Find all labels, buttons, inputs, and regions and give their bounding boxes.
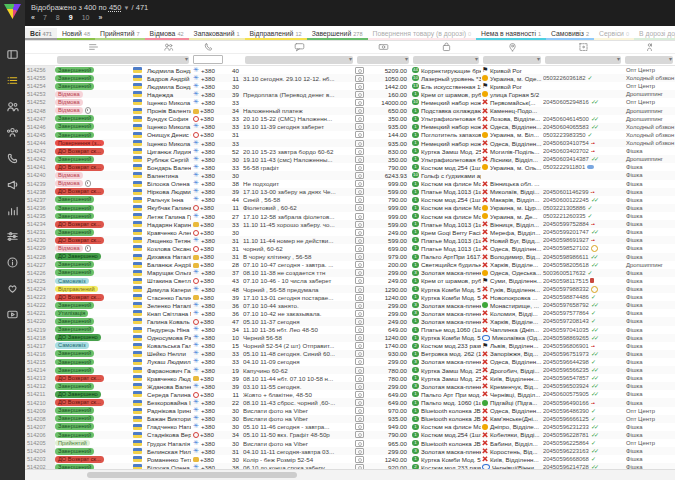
tab-Прийнятий[interactable]: Прийнятий7 bbox=[95, 28, 145, 40]
order-comment[interactable]: Вислати фото на Viber bbox=[243, 440, 355, 447]
client-phone[interactable]: +380 bbox=[191, 131, 225, 138]
order-id[interactable]: 514256 bbox=[25, 66, 55, 74]
products-cell[interactable]: 1Костюм мод.254 (1шт. х 790.00... bbox=[411, 431, 481, 438]
stats-icon[interactable] bbox=[6, 204, 19, 217]
client-name[interactable]: Рублюк Сергій bbox=[145, 156, 191, 163]
order-id[interactable]: 514206 bbox=[25, 431, 55, 439]
client-name[interactable]: Баланюк Андрій bbox=[145, 261, 191, 268]
order-id[interactable]: 514209 bbox=[25, 407, 55, 415]
payment-cell[interactable]: 1740.00 bbox=[355, 342, 411, 349]
order-status-cell[interactable]: ДО Возврат ск... bbox=[55, 456, 131, 463]
col-comment[interactable] bbox=[243, 42, 355, 52]
client-name[interactable]: Раднікова Ірина Ми... bbox=[145, 407, 191, 414]
ttn-cell[interactable]: 20450596231233✓✓ bbox=[543, 424, 623, 430]
table-row[interactable]: 514254 Завершений Людмила Бондарен... +3… bbox=[25, 82, 675, 90]
client-name[interactable]: Стасенко Галина Ви... bbox=[145, 294, 191, 301]
order-status-cell[interactable]: ДО Возврат ск... bbox=[55, 375, 131, 382]
delivery-cell[interactable]: Лозова, Відділе... bbox=[481, 115, 543, 122]
delivery-cell[interactable]: Харків, Відділе... bbox=[481, 318, 543, 325]
ttn-cell[interactable]: 0503222911801 bbox=[543, 164, 623, 170]
order-id[interactable]: 514240 bbox=[25, 171, 55, 179]
table-row[interactable]: 514245 Завершений Онищук Денис Сергі... … bbox=[25, 131, 675, 139]
order-status-cell[interactable]: Завершений bbox=[55, 205, 131, 212]
order-comment[interactable]: 17.10 12-58 забрала фіолетов... bbox=[243, 213, 355, 220]
order-status-cell[interactable]: ДО Возврат ск... bbox=[55, 294, 131, 301]
order-status-cell[interactable]: ДО Возврат ск... bbox=[55, 164, 131, 171]
client-phone[interactable]: +380 bbox=[191, 318, 225, 325]
client-phone[interactable]: +380 bbox=[191, 156, 225, 163]
payment-cell[interactable]: 650.00 bbox=[355, 107, 411, 114]
order-comment[interactable]: 08.10 11-44 нбт. 07.10 10-58 н... bbox=[243, 375, 355, 382]
client-phone[interactable]: +380 bbox=[191, 383, 225, 390]
products-cell[interactable]: 1Немецкий набор ножей (Mirage... bbox=[411, 123, 481, 130]
col-phone[interactable] bbox=[191, 42, 225, 52]
payment-cell[interactable]: 780.00 bbox=[355, 367, 411, 374]
order-id[interactable]: 514229 bbox=[25, 244, 55, 252]
order-id[interactable]: 514222 bbox=[25, 301, 55, 309]
products-cell[interactable]: 1Куртка Комби Мод. 5188 (1шт. х... bbox=[411, 334, 481, 341]
client-name[interactable]: Димула Катерина bbox=[145, 286, 191, 293]
order-status-cell[interactable]: Завершений bbox=[55, 318, 131, 325]
payment-cell[interactable]: 649.00 bbox=[355, 326, 411, 333]
order-id[interactable]: 514226 bbox=[25, 269, 55, 277]
payment-cell[interactable]: 6243.93 bbox=[355, 172, 411, 179]
table-row[interactable]: 514230 ДО Возврат ск... Лященко Тетяна І… bbox=[25, 236, 675, 244]
ttn-cell[interactable]: 0503221260335✓ bbox=[543, 213, 623, 219]
tab-Всі[interactable]: Всі471 bbox=[25, 28, 57, 40]
products-cell[interactable]: 1Костюм мод.254 (1шт. х 790.00... bbox=[411, 164, 481, 171]
ttn-cell[interactable]: 20450596225864✓ bbox=[543, 440, 623, 446]
payment-cell[interactable]: 160.00 bbox=[355, 91, 411, 98]
products-cell[interactable]: 3Золотая маска-пленка GOLD C... bbox=[411, 448, 481, 455]
table-row[interactable]: 514235 Завершений Летяк Галина Григо... … bbox=[25, 212, 675, 220]
client-name[interactable]: Белинская Нила bbox=[145, 448, 191, 455]
table-row[interactable]: 514238 ДО Возврат ск... Ніркова Людмила … bbox=[25, 188, 675, 196]
order-comment[interactable]: 11.10 11-44 номер не действи... bbox=[243, 237, 355, 244]
order-status-cell[interactable]: ДО Возврат ск... bbox=[55, 399, 131, 406]
col-city[interactable] bbox=[481, 42, 543, 52]
table-row[interactable]: 514209 Завершений Раднікова Ірина Ми... … bbox=[25, 407, 675, 415]
order-comment[interactable]: 07.10 10-46 - 10 числа заберет bbox=[243, 277, 355, 284]
order-comment[interactable]: 31.10 сегодня. 29.10 12-12. нб... bbox=[243, 75, 355, 82]
order-id[interactable]: 514218 bbox=[25, 334, 55, 342]
order-status-cell[interactable]: Завершений bbox=[55, 326, 131, 333]
client-phone[interactable]: +380 bbox=[191, 261, 225, 268]
payment-cell[interactable]: 930.00 bbox=[355, 350, 411, 357]
order-status-cell[interactable]: Повернення (з... bbox=[55, 140, 131, 147]
order-status-cell[interactable]: Завершений bbox=[55, 196, 131, 203]
client-phone[interactable]: +380 bbox=[191, 107, 225, 114]
client-name[interactable]: Фараонович Галина bbox=[145, 367, 191, 374]
delivery-cell[interactable]: Запоріжжя, Від... bbox=[481, 350, 543, 357]
client-name[interactable]: Ковальська Галина bbox=[145, 342, 191, 349]
order-id[interactable]: 514228 bbox=[25, 253, 55, 261]
client-name[interactable]: Надежда bbox=[145, 91, 191, 98]
products-cell[interactable]: 1Ультрафиолетовая бактерицид... bbox=[411, 156, 481, 163]
payment-cell[interactable]: 935.00 bbox=[355, 140, 411, 147]
order-id[interactable]: 514255 bbox=[25, 74, 55, 82]
products-cell[interactable]: 3Золотая маска-пленка GOLD C... bbox=[411, 310, 481, 317]
products-cell[interactable]: 1Платье Мод.1013 (1шт. х 599.00... bbox=[411, 221, 481, 228]
products-cell[interactable]: 1Платье Мод.1013 (1шт. х 599.00... bbox=[411, 237, 481, 244]
ttn-cell[interactable]: 20450596486390✓ bbox=[543, 408, 623, 414]
payment-cell[interactable]: 249.00 bbox=[355, 277, 411, 284]
client-name[interactable]: Пронів Валентин bbox=[145, 107, 191, 114]
order-comment[interactable]: 17.10 13-01 сегодня постарае... bbox=[243, 294, 355, 301]
products-cell[interactable]: 3Золотая маска-пленка GOLD C... bbox=[411, 269, 481, 276]
products-cell[interactable]: 1Костюм мод.254 (1шт. х 790.00... bbox=[411, 196, 481, 203]
products-cell[interactable]: 1Ультрафиолетовая бактерицид... bbox=[411, 115, 481, 122]
partners-icon[interactable] bbox=[6, 126, 19, 139]
phone-filter-input[interactable] bbox=[193, 55, 223, 64]
client-name[interactable]: Ніркова Людмила bbox=[145, 188, 191, 195]
ttn-cell[interactable]: 20450596668068✓ bbox=[543, 456, 623, 462]
client-phone[interactable]: +380 bbox=[191, 302, 225, 309]
table-row[interactable]: 514246 Завершений Іщенко Микола +380 33 … bbox=[25, 123, 675, 131]
info-icon[interactable] bbox=[6, 256, 19, 269]
ttn-cell[interactable]: 20450599752884-• bbox=[543, 221, 623, 227]
order-comment[interactable]: 08.10 11-38 не создается ттн bbox=[243, 269, 355, 276]
order-comment[interactable]: Чорний 52-54 (2 шт) Отправит... bbox=[243, 342, 355, 349]
order-id[interactable]: 514247 bbox=[25, 115, 55, 123]
ttn-cell[interactable]: 20450600575905✓✓ bbox=[543, 391, 623, 397]
order-id[interactable]: 514243 bbox=[25, 147, 55, 155]
order-status-cell[interactable]: Відмова bbox=[55, 180, 131, 187]
table-row[interactable]: 514231 Завершений Кравченко Алексей +380… bbox=[25, 228, 675, 236]
products-cell[interactable]: 1Ветровка мод. 262 (1шт. х 930.0... bbox=[411, 350, 481, 357]
